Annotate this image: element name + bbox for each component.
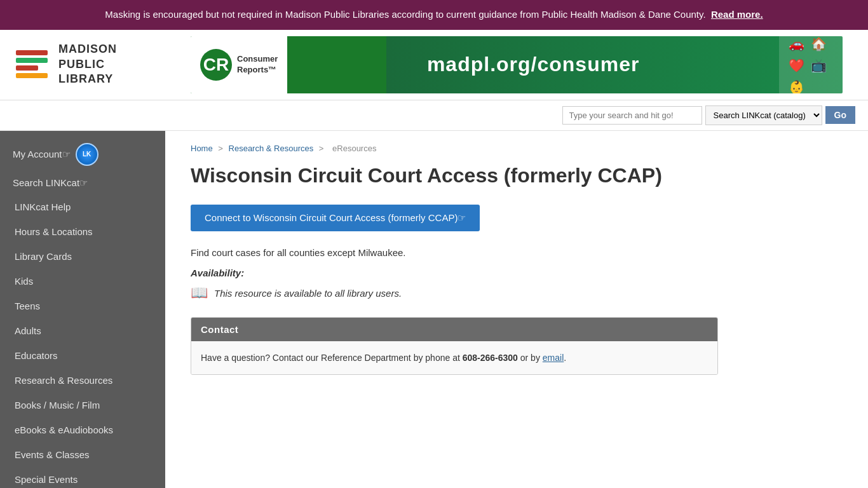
breadcrumb-sep-2: > [319,144,324,153]
page-title: Wisconsin Circuit Court Access (formerly… [191,163,843,189]
sidebar-label-educators: Educators [15,350,58,361]
sidebar-item-educators[interactable]: Educators [0,343,165,368]
linkcat-globe-icon: LK [76,143,98,166]
contact-header: Contact [191,318,717,341]
logo-area: MADISON PUBLIC LIBRARY [13,42,178,86]
sidebar-label-hours-locations: Hours & Locations [15,226,93,237]
cr-logo: CR [200,49,232,81]
sidebar-item-library-cards[interactable]: Library Cards [0,244,165,269]
sidebar-label-special-events: Special Events [15,474,78,485]
book-icon: 📖 [191,285,208,301]
search-scope-select[interactable]: Search LINKcat (catalog) Search Website … [705,105,822,125]
alert-text: Masking is encouraged but not required i… [105,9,705,20]
ad-url-text: madpl.org/consumer [287,53,779,76]
sidebar-label-kids: Kids [15,276,33,287]
sidebar-item-linkcat-help[interactable]: LINKcat Help [0,194,165,219]
main-content: Home > Research & Resources > eResources… [165,131,868,489]
contact-email-link[interactable]: email [543,353,564,363]
library-name: MADISON PUBLIC LIBRARY [58,42,117,86]
sidebar-label-adults: Adults [15,325,41,336]
header: MADISON PUBLIC LIBRARY CR Consumer Repor… [0,30,868,100]
heart-icon: ❤️ [789,58,804,73]
availability-text: This resource is available to all librar… [214,288,402,299]
breadcrumb-current: eResources [332,144,376,153]
main-layout: My Account☞ LK Search LINKcat☞ LINKcat H… [0,131,868,489]
sidebar-label-events-classes: Events & Classes [15,449,90,460]
connect-button[interactable]: Connect to Wisconsin Circuit Court Acces… [191,205,480,231]
contact-body: Have a question? Contact our Reference D… [191,341,717,374]
svg-rect-0 [16,50,48,55]
alert-link[interactable]: Read more. [711,9,763,20]
sidebar-label-my-account: My Account☞ [13,149,71,160]
sidebar-item-events-classes[interactable]: Events & Classes [0,442,165,467]
sidebar-label-research-resources: Research & Resources [15,375,112,386]
cr-text: Consumer Reports™ [237,54,278,76]
availability-row: 📖 This resource is available to all libr… [191,285,843,301]
sidebar-label-linkcat-help: LINKcat Help [15,201,71,212]
svg-rect-1 [16,58,48,63]
ad-banner[interactable]: CR Consumer Reports™ madpl.org/consumer … [191,36,843,93]
sidebar-label-teens: Teens [15,301,40,311]
sidebar-label-search-linkcat: Search LINKcat☞ [13,177,88,189]
description-text: Find court cases for all counties except… [191,247,843,258]
breadcrumb: Home > Research & Resources > eResources [191,144,843,153]
sidebar-item-books-music-film[interactable]: Books / Music / Film [0,393,165,417]
sidebar-item-hours-locations[interactable]: Hours & Locations [0,219,165,244]
contact-box: Contact Have a question? Contact our Ref… [191,317,718,375]
contact-text-mid: or by [518,353,543,363]
search-go-button[interactable]: Go [825,106,855,124]
baby-icon: 👶 [789,79,804,93]
alert-banner: Masking is encouraged but not required i… [0,0,868,30]
sidebar: My Account☞ LK Search LINKcat☞ LINKcat H… [0,131,165,489]
contact-text-after: . [564,353,566,363]
sidebar-label-ebooks-eaudiobooks: eBooks & eAudiobooks [15,424,113,435]
search-row: Search LINKcat (catalog) Search Website … [0,100,868,131]
contact-text-before: Have a question? Contact our Reference D… [201,353,463,363]
breadcrumb-home[interactable]: Home [191,144,213,153]
sidebar-item-search-linkcat[interactable]: Search LINKcat☞ [0,172,165,194]
ad-icons: 🚗 🏠 ❤️ 📺 👶 [779,36,843,93]
car-icon: 🚗 [789,36,804,51]
connect-button-label: Connect to Wisconsin Circuit Court Acces… [205,212,466,223]
search-input[interactable] [562,106,702,125]
sidebar-item-kids[interactable]: Kids [0,269,165,294]
svg-rect-2 [16,65,38,71]
home-icon: 🏠 [811,36,827,51]
availability-label: Availability: [191,268,843,278]
sidebar-item-adults[interactable]: Adults [0,318,165,343]
contact-phone: 608-266-6300 [463,353,518,363]
library-logo-icon[interactable] [13,45,51,83]
svg-rect-3 [16,73,48,78]
sidebar-item-teens[interactable]: Teens [0,294,165,318]
sidebar-label-library-cards: Library Cards [15,251,72,262]
sidebar-item-ebooks-eaudiobooks[interactable]: eBooks & eAudiobooks [0,417,165,442]
tv-icon: 📺 [811,58,827,73]
sidebar-label-books-music-film: Books / Music / Film [15,400,100,410]
sidebar-item-research-resources[interactable]: Research & Resources [0,368,165,393]
sidebar-item-special-events[interactable]: Special Events [0,467,165,489]
breadcrumb-research[interactable]: Research & Resources [229,144,314,153]
sidebar-item-my-account[interactable]: My Account☞ LK [0,137,165,172]
breadcrumb-sep-1: > [218,144,223,153]
ad-cr-section: CR Consumer Reports™ [191,36,287,93]
